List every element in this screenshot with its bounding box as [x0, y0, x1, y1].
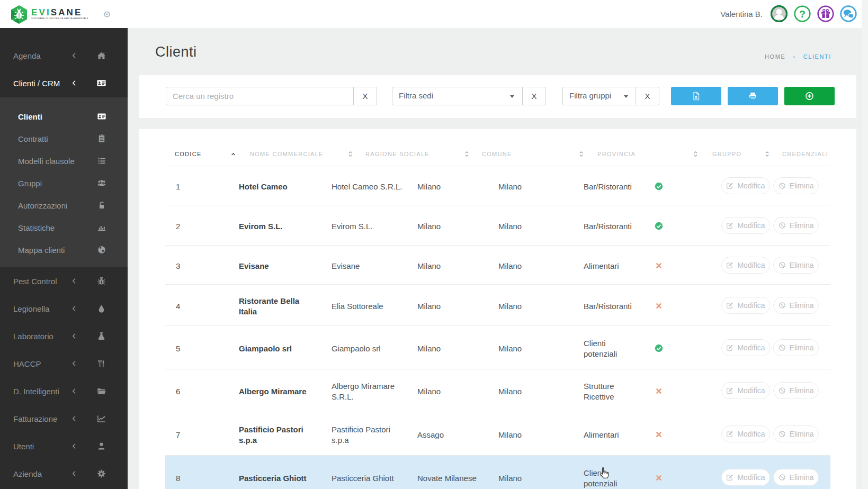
- svg-text:?: ?: [799, 8, 806, 20]
